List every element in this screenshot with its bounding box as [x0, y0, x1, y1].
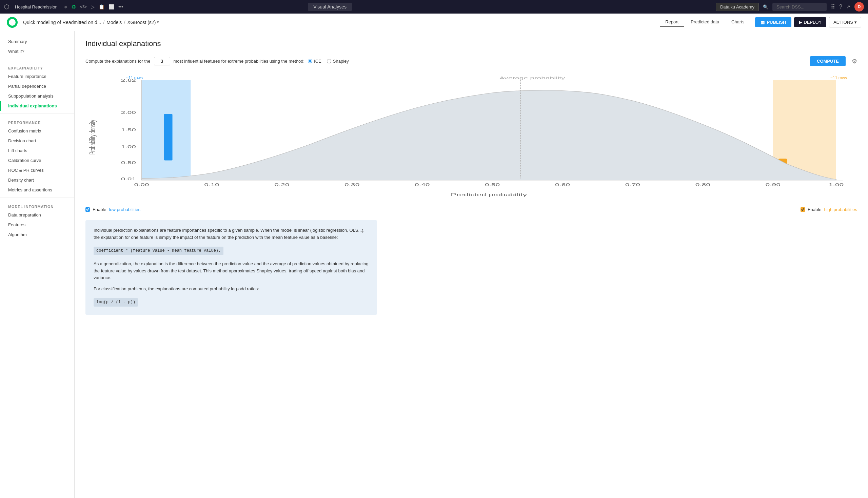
sidebar-item-summary[interactable]: Summary [0, 37, 74, 47]
sidebar-item-lift-charts[interactable]: Lift charts [0, 146, 74, 156]
sidebar-item-subpopulation[interactable]: Subpopulation analysis [0, 91, 74, 101]
actions-button[interactable]: ACTIONS ▾ [829, 17, 861, 27]
sidebar-divider-2 [0, 114, 74, 114]
svg-text:1.00: 1.00 [829, 182, 844, 187]
svg-text:0.10: 0.10 [204, 182, 219, 187]
sidebar-item-whatif[interactable]: What if? [0, 47, 74, 56]
sidebar-divider-1 [0, 59, 74, 59]
sidebar-item-individual-explanations[interactable]: Individual explanations [0, 101, 74, 111]
academy-button[interactable]: Dataiku Academy [716, 3, 759, 11]
radio-ice[interactable]: ICE [308, 58, 321, 64]
sidebar-item-features[interactable]: Features [0, 220, 74, 230]
probability-chart: Probability density Average probability [86, 73, 857, 201]
tab-predicted-data[interactable]: Predicted data [685, 17, 725, 27]
high-rows-label: ~11 rows [830, 76, 847, 80]
share-icon[interactable]: ⎆ [64, 4, 67, 10]
chevron-down-icon: ▾ [157, 20, 159, 24]
sidebar-item-calibration-curve[interactable]: Calibration curve [0, 156, 74, 165]
top-bar-right: Dataiku Academy 🔍 ⠿ ? ↗ D [716, 2, 864, 12]
page-title: Individual explanations [86, 39, 857, 48]
dataiku-logo [7, 17, 18, 28]
breadcrumb-sep-1: / [103, 19, 104, 25]
tab-report[interactable]: Report [660, 17, 684, 27]
play-icon[interactable]: ▷ [91, 4, 94, 10]
deploy-button[interactable]: ▶ DEPLOY [794, 17, 826, 27]
visual-analyses-tab[interactable]: Visual Analyses [308, 4, 352, 10]
radio-ice-input[interactable] [308, 59, 312, 63]
method-radio-group: ICE Shapley [308, 58, 349, 64]
external-icon[interactable]: ↗ [846, 4, 850, 10]
dataiku-logo-inner [9, 19, 16, 26]
more-icon[interactable]: ••• [118, 4, 124, 10]
svg-text:0.50: 0.50 [485, 182, 500, 187]
svg-text:0.60: 0.60 [555, 182, 570, 187]
svg-text:0.80: 0.80 [695, 182, 710, 187]
search-input[interactable] [773, 3, 827, 11]
second-bar-nav: Report Predicted data Charts ▦ PUBLISH ▶… [660, 17, 861, 27]
svg-text:0.70: 0.70 [625, 182, 640, 187]
top-bar-icons: ⎆ ♻ </> ▷ 📋 ⬜ ••• [64, 4, 124, 10]
sidebar-section-performance: PERFORMANCE [0, 117, 74, 126]
breadcrumb-modeling[interactable]: Quick modeling of Readmitted on d... [23, 19, 101, 25]
sidebar-section-explainability: EXPLAINABILITY [0, 62, 74, 71]
sidebar-item-algorithm[interactable]: Algorithm [0, 230, 74, 239]
svg-text:0.50: 0.50 [121, 160, 136, 165]
low-prob-checkbox[interactable] [86, 207, 90, 212]
sidebar-divider-3 [0, 197, 74, 198]
publish-icon: ▦ [761, 19, 765, 25]
info-para-2: As a generalization, the explanation is … [93, 261, 369, 281]
clipboard-icon[interactable]: 📋 [99, 4, 104, 10]
num-features-input[interactable] [154, 57, 170, 65]
sidebar-item-partial-dependence[interactable]: Partial dependence [0, 81, 74, 91]
breadcrumb-models[interactable]: Models [106, 19, 122, 25]
radio-shapley[interactable]: Shapley [327, 58, 349, 64]
compute-prefix: Compute the explanations for the [86, 58, 151, 64]
grid-icon[interactable]: ⠿ [831, 3, 835, 11]
sidebar-item-roc-pr[interactable]: ROC & PR curves [0, 165, 74, 175]
svg-text:0.40: 0.40 [415, 182, 430, 187]
svg-text:2.00: 2.00 [121, 110, 136, 115]
breadcrumb-sep-2: / [124, 19, 125, 25]
code-icon[interactable]: </> [80, 4, 87, 10]
breadcrumb-xgboost[interactable]: XGBoost (s2) ▾ [127, 19, 159, 25]
svg-rect-3 [164, 114, 173, 160]
avatar[interactable]: D [854, 2, 864, 12]
sidebar-item-confusion-matrix[interactable]: Confusion matrix [0, 126, 74, 136]
radio-shapley-input[interactable] [327, 59, 331, 63]
play-deploy-icon: ▶ [799, 19, 802, 25]
sidebar-item-decision-chart[interactable]: Decision chart [0, 136, 74, 146]
help-icon[interactable]: ? [839, 4, 842, 10]
search-icon: 🔍 [763, 4, 768, 10]
breadcrumb: Quick modeling of Readmitted on d... / M… [23, 19, 159, 25]
chevron-down-actions-icon: ▾ [854, 19, 857, 25]
tab-charts[interactable]: Charts [726, 17, 750, 27]
high-prob-toggle: Enable high probabilities [801, 207, 857, 212]
svg-text:0.01: 0.01 [121, 176, 136, 181]
recycle-icon[interactable]: ♻ [71, 4, 76, 10]
sidebar-item-data-preparation[interactable]: Data preparation [0, 210, 74, 220]
app-icon: ⬡ [4, 3, 10, 11]
compute-button[interactable]: COMPUTE [810, 56, 846, 66]
code-block-2: log(p / (1 - p)) [93, 298, 138, 306]
info-box: Individual prediction explanations are f… [86, 220, 377, 315]
sidebar-item-feature-importance[interactable]: Feature importance [0, 71, 74, 81]
app-title: Hospital Readmission [15, 4, 58, 10]
svg-text:Average probability: Average probability [499, 76, 565, 80]
high-prob-checkbox[interactable] [801, 207, 805, 212]
sidebar-item-density-chart[interactable]: Density chart [0, 175, 74, 185]
chart-container: ~11 rows ~11 rows Probability density Av… [86, 73, 857, 201]
settings-icon[interactable]: ⚙ [852, 57, 857, 65]
sidebar: Summary What if? EXPLAINABILITY Feature … [0, 31, 75, 498]
checkbox-row: Enable low probabilities Enable high pro… [86, 207, 857, 212]
sidebar-item-metrics[interactable]: Metrics and assertions [0, 185, 74, 195]
top-bar: ⬡ Hospital Readmission ⎆ ♻ </> ▷ 📋 ⬜ •••… [0, 0, 868, 14]
low-prob-label: low probabilities [109, 207, 140, 212]
main-layout: Summary What if? EXPLAINABILITY Feature … [0, 31, 868, 498]
enable-high-label: Enable [808, 207, 821, 212]
svg-text:1.50: 1.50 [121, 128, 136, 132]
monitor-icon[interactable]: ⬜ [108, 4, 114, 10]
publish-button[interactable]: ▦ PUBLISH [755, 17, 791, 27]
high-prob-label: high probabilities [824, 207, 857, 212]
second-bar: Quick modeling of Readmitted on d... / M… [0, 14, 868, 31]
code-block-1: coefficient * (feature value - mean feat… [93, 247, 224, 255]
